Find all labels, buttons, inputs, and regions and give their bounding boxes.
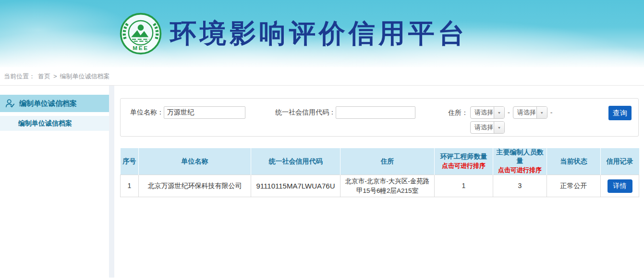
chevron-down-icon[interactable]: ▼ xyxy=(494,107,504,118)
sidebar-item-credit-archive[interactable]: 编制单位诚信档案 xyxy=(0,95,109,112)
table-row: 1 北京万源世纪环保科技有限公司 91110115MA7LWUA76U 北京市-… xyxy=(121,175,639,197)
cell-index: 1 xyxy=(121,175,139,197)
sidebar: 编制单位诚信档案 编制单位诚信档案 xyxy=(0,86,109,278)
svg-text:MEE: MEE xyxy=(133,45,148,51)
credit-code-label: 统一社会信用代码： xyxy=(275,108,336,117)
sidebar-subitem-credit-archive[interactable]: 编制单位诚信档案 xyxy=(0,116,109,131)
query-button[interactable]: 查询 xyxy=(608,106,632,120)
col-header-credit-code: 统一社会信用代码 xyxy=(251,148,340,175)
mee-logo-icon: MEE xyxy=(119,12,162,55)
col-header-company: 单位名称 xyxy=(139,148,251,175)
breadcrumb-current: 编制单位诚信档案 xyxy=(60,72,110,81)
chevron-down-icon[interactable]: ▼ xyxy=(494,122,504,133)
staff-count-link[interactable]: 3 xyxy=(493,175,547,197)
company-link[interactable]: 北京万源世纪环保科技有限公司 xyxy=(139,175,251,197)
page-body: 编制单位诚信档案 编制单位诚信档案 单位名称： 统一社会信用代码： 住所： xyxy=(0,86,644,278)
col-header-address: 住所 xyxy=(340,148,435,175)
sidebar-content-divider xyxy=(109,86,114,278)
result-table: 序号 单位名称 统一社会信用代码 住所 环评工程师数量 点击可进行排序 主要编制… xyxy=(120,148,639,197)
main-content: 单位名称： 统一社会信用代码： 住所： 请选择 ▼ - xyxy=(114,86,644,278)
engineer-count-link[interactable]: 1 xyxy=(435,175,493,197)
cell-address: 北京市-北京市-大兴区-金苑路甲15号6幢2层A215室 xyxy=(340,175,435,197)
table-header-row: 序号 单位名称 统一社会信用代码 住所 环评工程师数量 点击可进行排序 主要编制… xyxy=(121,148,639,175)
address-dash: - xyxy=(508,109,510,116)
cell-credit-code: 91110115MA7LWUA76U xyxy=(251,175,340,197)
breadcrumb-separator: > xyxy=(53,73,57,80)
site-header: MEE 环境影响评价信用平台 xyxy=(0,0,644,67)
col-header-engineer-count[interactable]: 环评工程师数量 点击可进行排序 xyxy=(435,148,493,175)
cell-status: 正常公开 xyxy=(547,175,601,197)
page-title: 环境影响评价信用平台 xyxy=(170,16,468,51)
cell-credit-record: 详情 xyxy=(601,175,639,197)
chevron-down-icon[interactable]: ▼ xyxy=(536,107,547,118)
col-header-credit-record: 信用记录 xyxy=(601,148,639,175)
sidebar-subitem-label: 编制单位诚信档案 xyxy=(18,119,72,128)
user-check-icon xyxy=(5,98,15,109)
sidebar-item-label: 编制单位诚信档案 xyxy=(19,99,77,108)
col-header-staff-count[interactable]: 主要编制人员数量 点击可进行排序 xyxy=(493,148,547,175)
address-label: 住所： xyxy=(448,106,468,119)
col-header-status: 当前状态 xyxy=(547,148,601,175)
credit-code-input[interactable] xyxy=(336,106,415,119)
company-name-input[interactable] xyxy=(164,106,245,119)
sort-hint[interactable]: 点击可进行排序 xyxy=(435,162,493,170)
address-district-select[interactable]: 请选择 ▼ xyxy=(470,121,505,134)
col-header-index: 序号 xyxy=(121,148,139,175)
search-panel: 单位名称： 统一社会信用代码： 住所： 请选择 ▼ - xyxy=(120,98,639,137)
address-province-select[interactable]: 请选择 ▼ xyxy=(470,106,505,119)
company-name-label: 单位名称： xyxy=(130,108,164,117)
breadcrumb: 当前位置： 首页 > 编制单位诚信档案 xyxy=(0,67,644,86)
breadcrumb-home-link[interactable]: 首页 xyxy=(38,72,50,81)
detail-button[interactable]: 详情 xyxy=(608,179,632,193)
address-dash: - xyxy=(550,109,553,116)
breadcrumb-label: 当前位置： xyxy=(4,72,35,81)
sort-hint[interactable]: 点击可进行排序 xyxy=(493,166,547,175)
address-city-select[interactable]: 请选择 ▼ xyxy=(513,106,547,119)
